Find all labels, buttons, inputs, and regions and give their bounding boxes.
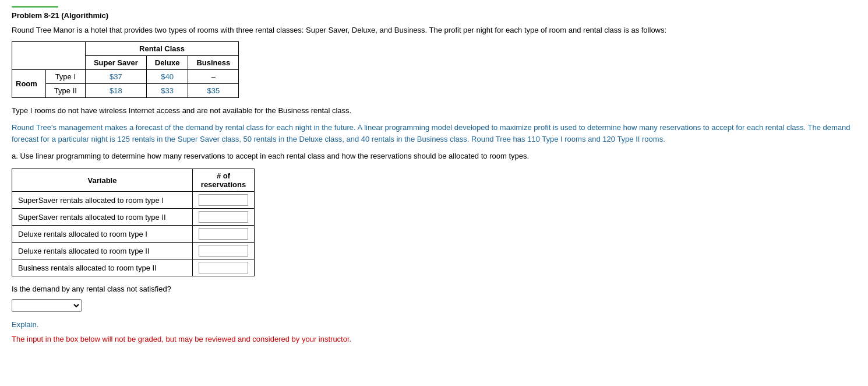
explain-label: Explain.: [12, 320, 856, 329]
progress-bar: [12, 6, 58, 8]
var-row-1: SuperSaver rentals allocated to room typ…: [12, 192, 193, 209]
table-row: SuperSaver rentals allocated to room typ…: [12, 209, 255, 226]
input-cell-5[interactable]: [193, 259, 255, 276]
type-ii-deluxe: $33: [146, 84, 188, 98]
reservation-input-1[interactable]: [199, 194, 248, 206]
reservation-input-5[interactable]: [199, 262, 248, 273]
variable-col-header: Variable: [12, 169, 193, 192]
var-row-5: Business rentals allocated to room type …: [12, 259, 193, 276]
type-i-deluxe: $40: [146, 70, 188, 84]
table-row: Business rentals allocated to room type …: [12, 259, 255, 276]
col-business: Business: [188, 56, 239, 70]
row-type-i-label: Type I: [45, 70, 85, 84]
col-super-saver: Super Saver: [85, 56, 146, 70]
col-deluxe: Deluxe: [146, 56, 188, 70]
table-row: Deluxe rentals allocated to room type II: [12, 243, 255, 259]
type-i-super-saver: $37: [85, 70, 146, 84]
row-header-room: Room: [12, 70, 46, 98]
intro-text: Round Tree Manor is a hotel that provide…: [12, 26, 856, 34]
rental-table-wrapper: Rental Class Super Saver Deluxe Business…: [12, 41, 856, 98]
var-row-2: SuperSaver rentals allocated to room typ…: [12, 209, 193, 226]
input-cell-4[interactable]: [193, 243, 255, 259]
dropdown-wrapper[interactable]: Yes No: [12, 299, 856, 312]
variable-table: Variable # of reservations SuperSaver re…: [12, 169, 255, 276]
disclaimer-text: The input in the box below will not be g…: [12, 335, 856, 343]
input-cell-3[interactable]: [193, 226, 255, 243]
problem-title: Problem 8-21 (Algorithmic): [12, 11, 856, 20]
type-ii-super-saver: $18: [85, 84, 146, 98]
rental-class-table: Rental Class Super Saver Deluxe Business…: [12, 41, 239, 98]
description-text: Round Tree's management makes a forecast…: [12, 122, 856, 145]
input-cell-2[interactable]: [193, 209, 255, 226]
reservation-input-4[interactable]: [199, 245, 248, 257]
row-type-ii-label: Type II: [45, 84, 85, 98]
reservation-input-2[interactable]: [199, 211, 248, 223]
type-i-business: –: [188, 70, 239, 84]
var-row-3: Deluxe rentals allocated to room type I: [12, 226, 193, 243]
question-a-text: a. Use linear programming to determine h…: [12, 152, 856, 160]
reservations-col-header: # of reservations: [193, 169, 255, 192]
reservation-input-3[interactable]: [199, 228, 248, 240]
table-row: SuperSaver rentals allocated to room typ…: [12, 192, 255, 209]
demand-satisfied-dropdown[interactable]: Yes No: [12, 299, 82, 312]
rental-class-header: Rental Class: [85, 42, 238, 56]
type-ii-business: $35: [188, 84, 239, 98]
demand-question-text: Is the demand by any rental class not sa…: [12, 285, 856, 293]
notice-text: Type I rooms do not have wireless Intern…: [12, 106, 856, 115]
table-row: Deluxe rentals allocated to room type I: [12, 226, 255, 243]
var-row-4: Deluxe rentals allocated to room type II: [12, 243, 193, 259]
input-cell-1[interactable]: [193, 192, 255, 209]
